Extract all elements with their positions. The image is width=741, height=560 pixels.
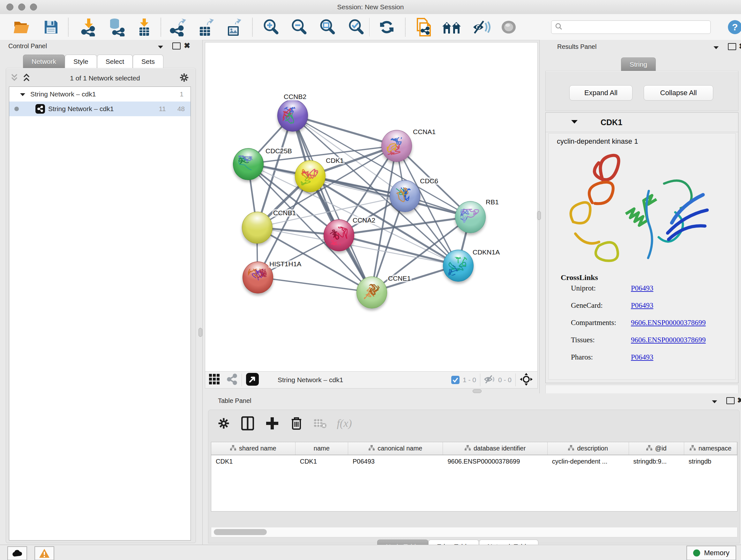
network-node-ccna2[interactable] — [324, 219, 354, 251]
network-node-ccnb2[interactable] — [277, 100, 308, 132]
edge[interactable] — [292, 115, 396, 145]
zoom-in-button[interactable] — [261, 17, 281, 37]
grid-view-icon[interactable] — [208, 373, 220, 387]
hide-selected-button[interactable] — [471, 17, 491, 37]
expand-all-networks-icon[interactable] — [22, 73, 30, 83]
zoom-out-button[interactable] — [289, 17, 309, 37]
control-panel-float-icon[interactable] — [172, 43, 181, 50]
table-cell[interactable]: 9606.ENSP00000378699 — [443, 455, 547, 468]
hidden-items-icon[interactable] — [484, 374, 495, 385]
table-cell[interactable]: stringdb — [684, 455, 737, 468]
table-cell[interactable]: CDK1 — [211, 455, 295, 468]
network-options-gear-icon[interactable] — [179, 73, 189, 84]
network-node-cdkn1a[interactable] — [443, 250, 474, 282]
table-scrollbar-thumb[interactable] — [214, 529, 267, 535]
network-node-cdc25b[interactable] — [233, 148, 264, 180]
table-settings-gear-icon[interactable] — [215, 415, 232, 432]
expand-all-button[interactable]: Expand All — [569, 85, 632, 101]
network-node-cdk1[interactable] — [295, 160, 326, 192]
table-cell[interactable]: stringdb:9... — [629, 455, 684, 468]
crosslink-label: Compartments: — [571, 319, 616, 327]
create-column-icon[interactable] — [263, 415, 281, 432]
tab-style[interactable]: Style — [65, 55, 97, 68]
results-panel-menu-icon[interactable] — [713, 45, 719, 51]
column-header-name[interactable]: name — [295, 442, 348, 455]
column-header-databaseidentifier[interactable]: database identifier — [443, 442, 547, 455]
network-node-ccne1[interactable] — [356, 276, 387, 308]
results-panel-float-icon[interactable] — [728, 43, 736, 50]
results-scrollbar[interactable] — [545, 385, 738, 394]
network-node-cdc6[interactable] — [390, 180, 420, 212]
table-horizontal-scrollbar[interactable] — [211, 527, 738, 537]
crosslink-link[interactable]: 9606.ENSP00000378699 — [631, 319, 706, 327]
results-actions-box: Expand All Collapse All — [545, 71, 738, 111]
share-view-icon[interactable] — [226, 374, 238, 386]
collapse-all-button[interactable]: Collapse All — [644, 85, 713, 101]
crosslink-link[interactable]: 9606.ENSP00000378699 — [631, 336, 706, 344]
import-network-from-file-button[interactable] — [79, 17, 98, 37]
network-node-rb1[interactable] — [455, 201, 486, 233]
control-panel-close-icon[interactable]: ✖ — [184, 41, 190, 50]
network-row-selected[interactable]: String Network – cdk1 11 48 — [9, 102, 191, 116]
table-cell[interactable]: P06493 — [348, 455, 443, 468]
tab-network[interactable]: Network — [23, 55, 65, 68]
zoom-selected-button[interactable] — [346, 17, 366, 37]
help-button[interactable]: ? — [725, 17, 741, 37]
column-header-namespace[interactable]: namespace — [684, 442, 737, 455]
gene-expander-icon[interactable] — [571, 119, 578, 125]
delete-table-icon-disabled[interactable] — [311, 415, 329, 432]
import-table-from-file-button[interactable] — [134, 17, 154, 37]
network-canvas[interactable]: CCNB2CCNA1CDC25BCDK1CDC6RB1CCNB1CCNA2CDK… — [205, 42, 538, 372]
left-splitter-handle[interactable] — [199, 328, 202, 337]
export-network-button[interactable] — [167, 17, 187, 37]
column-header-canonicalname[interactable]: canonical name — [348, 442, 443, 455]
network-node-ccna1[interactable] — [381, 130, 412, 162]
horizontal-splitter-handle[interactable] — [473, 389, 482, 393]
collection-expander-icon[interactable] — [20, 90, 25, 98]
network-collection-row[interactable]: String Network – cdk1 1 — [9, 87, 191, 102]
selected-nodes-checkbox[interactable] — [451, 376, 460, 384]
column-header-description[interactable]: description — [548, 442, 629, 455]
tab-string[interactable]: String — [621, 57, 656, 71]
zoom-fit-content-button[interactable] — [318, 17, 337, 37]
crosslink-link[interactable]: P06493 — [631, 353, 653, 361]
column-header-sharedname[interactable]: shared name — [211, 442, 295, 455]
export-image-button[interactable] — [224, 17, 244, 37]
right-splitter-handle[interactable] — [537, 211, 541, 220]
open-session-button[interactable] — [12, 17, 31, 37]
results-panel-close-icon[interactable]: ✖ — [739, 42, 741, 51]
table-row[interactable]: CDK1CDK1P064939606.ENSP00000378699cyclin… — [211, 455, 737, 468]
fit-content-icon[interactable] — [520, 373, 533, 387]
export-table-button[interactable] — [196, 17, 216, 37]
save-session-button[interactable] — [41, 17, 61, 37]
delete-column-trash-icon[interactable] — [287, 415, 306, 432]
tab-sets[interactable]: Sets — [133, 55, 163, 68]
table-panel-float-icon[interactable] — [726, 397, 735, 404]
network-node-ccnb1[interactable] — [242, 212, 273, 244]
horizontal-splitter[interactable] — [205, 388, 538, 393]
refresh-network-view-button[interactable] — [377, 17, 397, 37]
control-panel-menu-icon[interactable] — [158, 44, 163, 50]
import-network-from-database-button[interactable] — [107, 17, 126, 37]
warning-status-button[interactable] — [35, 546, 54, 560]
tab-select[interactable]: Select — [97, 55, 133, 68]
column-header-id[interactable]: @id — [629, 442, 684, 455]
table-cell[interactable]: cyclin-dependent ... — [548, 455, 629, 468]
clone-network-button[interactable] — [414, 17, 434, 37]
function-builder-fx-icon[interactable]: f(x) — [335, 415, 353, 432]
network-overview-button[interactable] — [442, 17, 461, 37]
search-input[interactable] — [551, 20, 711, 34]
collapse-all-networks-icon[interactable] — [10, 73, 18, 83]
crosslink-link[interactable]: P06493 — [631, 301, 653, 310]
cloud-status-button[interactable] — [7, 546, 27, 560]
show-all-button[interactable] — [499, 17, 519, 37]
birdseye-view-icon[interactable] — [246, 373, 259, 387]
memory-button[interactable]: Memory — [686, 546, 736, 560]
table-panel-menu-icon[interactable] — [712, 399, 718, 405]
table-panel-close-icon[interactable]: ✖ — [737, 396, 741, 405]
edge[interactable] — [258, 277, 372, 292]
crosslink-link[interactable]: P06493 — [631, 284, 653, 293]
table-cell[interactable]: CDK1 — [295, 455, 348, 468]
gene-header-row[interactable]: CDK1 — [546, 113, 738, 132]
show-columns-icon[interactable] — [239, 415, 257, 432]
